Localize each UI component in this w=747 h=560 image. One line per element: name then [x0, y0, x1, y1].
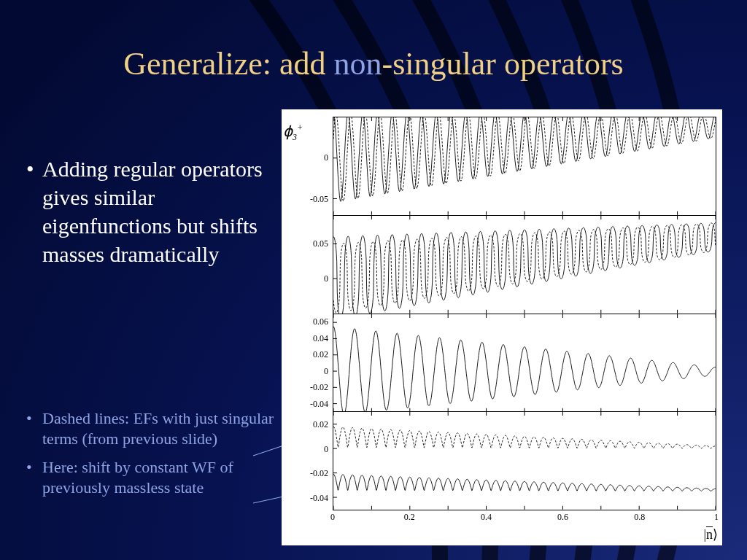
eigenfunction-chart: ϕ3+ 0-0.050.0500.060.040.020-0.02-0.040.…	[282, 109, 722, 545]
notes-bullet-list: Dashed lines: EFs with just singular ter…	[26, 408, 274, 506]
chart-panel-3	[333, 314, 716, 413]
main-bullet-list: Adding regular operators gives similar e…	[26, 155, 267, 268]
note-bullet-2: Here: shift by constant WF of previously…	[26, 457, 274, 497]
title-part-2: non	[334, 46, 382, 82]
title-part-3: -singular operators	[382, 46, 624, 82]
x-axis-label: |n⟩	[703, 526, 718, 542]
chart-panel-2	[333, 216, 716, 314]
chart-panels	[333, 117, 716, 510]
note-bullet-1: Dashed lines: EFs with just singular ter…	[26, 408, 274, 448]
chart-panel-4	[333, 412, 716, 510]
chart-panel-1	[333, 117, 716, 216]
slide-title: Generalize: add non-singular operators	[0, 45, 747, 82]
main-bullet: Adding regular operators gives similar e…	[26, 155, 267, 268]
x-axis-ticks: 00.20.40.60.81	[333, 512, 716, 524]
title-part-1: Generalize: add	[123, 46, 333, 82]
y-axis-ticks: 0-0.050.0500.060.040.020-0.02-0.040.020-…	[282, 117, 333, 510]
